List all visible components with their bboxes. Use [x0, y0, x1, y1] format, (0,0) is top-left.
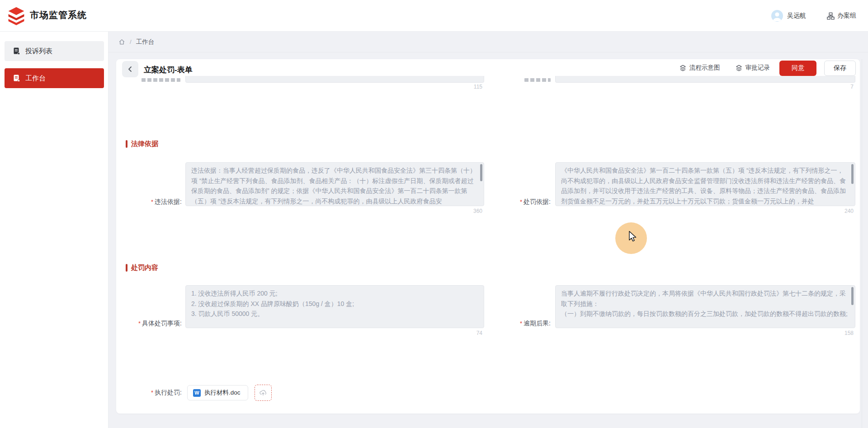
breadcrumb-current: 工作台: [136, 38, 155, 46]
sidebar-item-workbench[interactable]: 工作台: [5, 68, 104, 88]
required-asterisk: *: [520, 198, 522, 205]
flow-diagram-button[interactable]: 流程示意图: [679, 64, 720, 72]
document-icon: [13, 74, 21, 82]
app-title: 市场监管系统: [30, 9, 87, 21]
sidebar-item-complaint-list[interactable]: 投诉列表: [5, 41, 104, 61]
chevron-left-icon: [127, 66, 134, 73]
layers-icon: [679, 65, 686, 71]
home-icon[interactable]: [118, 38, 125, 45]
field-label-execute-penalty: *执行处罚:: [104, 389, 182, 397]
agree-button[interactable]: 同意: [779, 61, 816, 76]
char-counter: 74: [185, 330, 482, 336]
user-name: 吴远航: [787, 12, 806, 20]
char-counter: 7: [555, 84, 854, 90]
textarea-value: 1. 没收违法所得人民币 200 元; 2. 没收超过保质期的 XX 品牌原味酸…: [186, 286, 484, 322]
flow-diagram-label: 流程示意图: [689, 64, 720, 72]
required-asterisk: *: [138, 320, 141, 327]
field-label-violation-basis: *违法依据:: [104, 198, 182, 206]
char-counter: 158: [555, 330, 854, 336]
mouse-cursor: [628, 231, 638, 242]
clipped-field-label: [142, 78, 180, 82]
word-file-icon: W: [193, 389, 201, 397]
form-card: [116, 59, 860, 414]
field-label-text: 逾期后果:: [524, 320, 551, 327]
field-label-text: 处罚依据:: [524, 198, 551, 205]
required-asterisk: *: [151, 198, 153, 205]
document-icon: [13, 47, 21, 55]
textarea-value: 当事人逾期不履行行政处罚决定的，本局将依据《中华人民共和国行政处罚法》第七十二条…: [556, 286, 855, 322]
char-counter: 115: [185, 84, 482, 90]
field-label-text: 违法依据:: [155, 198, 182, 205]
field-label-text: 执行处罚:: [155, 389, 182, 396]
required-asterisk: *: [151, 389, 153, 396]
file-name: 执行材料.doc: [204, 389, 241, 397]
char-counter: 240: [555, 208, 854, 214]
breadcrumb: / 工作台: [108, 32, 868, 52]
team-label: 办案组: [837, 12, 856, 20]
clipped-input-left[interactable]: [185, 76, 484, 83]
field-label-specific-penalties: *具体处罚事项:: [104, 320, 182, 328]
specific-penalties-textarea[interactable]: 1. 没收违法所得人民币 200 元; 2. 没收超过保质期的 XX 品牌原味酸…: [185, 285, 484, 328]
cloud-upload-icon: [259, 389, 267, 397]
breadcrumb-separator: /: [130, 38, 132, 45]
field-label-overdue-consequences: *逾期后果:: [473, 320, 551, 328]
sidebar-item-label: 投诉列表: [25, 47, 52, 56]
textarea-scrollbar[interactable]: [851, 287, 854, 305]
section-title: 法律依据: [131, 140, 158, 148]
clipped-input-right[interactable]: [555, 76, 855, 83]
section-bar: [126, 264, 127, 272]
required-asterisk: *: [520, 320, 522, 327]
back-button[interactable]: [122, 61, 138, 77]
section-title: 处罚内容: [131, 263, 158, 272]
section-penalty-content: 处罚内容: [126, 263, 158, 272]
save-button[interactable]: 保存: [824, 61, 856, 76]
layers-icon: [736, 65, 742, 71]
section-bar: [126, 140, 127, 148]
org-chart-icon: [827, 12, 835, 20]
brand-logo-icon: [6, 6, 26, 26]
team-switcher[interactable]: 办案组: [827, 12, 856, 20]
textarea-scrollbar[interactable]: [480, 164, 482, 181]
attached-file-chip[interactable]: W 执行材料.doc: [187, 385, 248, 400]
execute-penalty-field: W 执行材料.doc: [187, 385, 272, 401]
overdue-consequences-textarea[interactable]: 当事人逾期不履行行政处罚决定的，本局将依据《中华人民共和国行政处罚法》第七十二条…: [555, 285, 855, 328]
sidebar-item-label: 工作台: [25, 74, 46, 83]
audit-record-button[interactable]: 审批记录: [736, 64, 770, 72]
user-avatar: [771, 10, 783, 22]
textarea-scrollbar[interactable]: [851, 164, 854, 184]
penalty-basis-textarea[interactable]: 《中华人民共和国食品安全法》第一百二十四条第一款第（五）项 “违反本法规定，有下…: [555, 162, 855, 206]
section-legal-basis: 法律依据: [126, 140, 158, 148]
topbar: 市场监管系统 吴远航 办案组: [0, 0, 868, 32]
field-label-text: 具体处罚事项:: [142, 320, 182, 327]
char-counter: 360: [185, 208, 482, 214]
page-scrollbar-track[interactable]: [862, 59, 862, 428]
app-screen: 市场监管系统 吴远航 办案组: [0, 0, 868, 428]
audit-record-label: 审批记录: [745, 64, 770, 72]
violation-basis-textarea[interactable]: 违法依据：当事人经营超过保质期的食品，违反了《中华人民共和国食品安全法》第三十四…: [185, 162, 484, 206]
sidebar: 投诉列表 工作台: [0, 32, 108, 428]
user-menu[interactable]: 吴远航: [771, 10, 806, 22]
field-label-penalty-basis: *处罚依据:: [473, 198, 551, 206]
page-title: 立案处罚-表单: [144, 65, 193, 75]
clipped-field-label: [524, 78, 551, 82]
textarea-value: 《中华人民共和国食品安全法》第一百二十四条第一款第（五）项 “违反本法规定，有下…: [556, 163, 855, 206]
upload-button[interactable]: [255, 385, 272, 401]
topbar-right: 吴远航 办案组: [771, 0, 856, 32]
textarea-value: 违法依据：当事人经营超过保质期的食品，违反了《中华人民共和国食品安全法》第三十四…: [186, 163, 484, 206]
